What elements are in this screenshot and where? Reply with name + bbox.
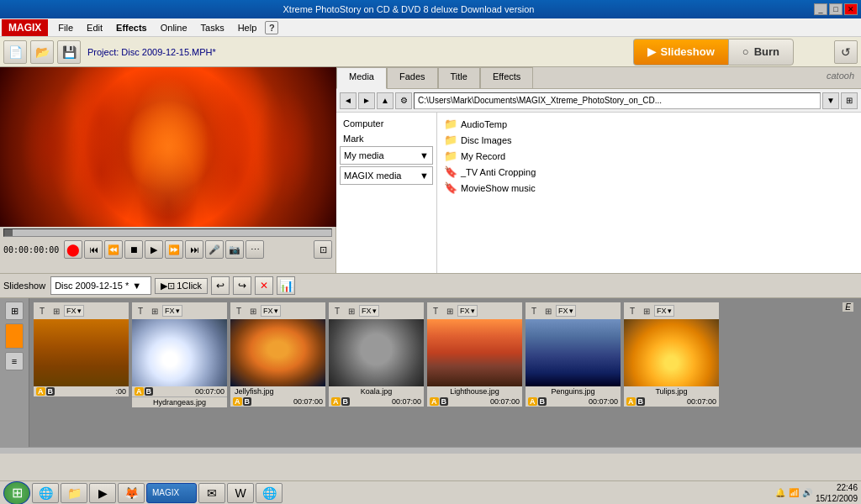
save-button[interactable]: 💾 xyxy=(57,40,81,64)
fx-button[interactable]: FX ▾ xyxy=(162,305,182,317)
menu-online[interactable]: Online xyxy=(154,19,194,36)
taskbar-net[interactable]: 🌐 xyxy=(256,483,283,503)
path-dropdown-button[interactable]: ▼ xyxy=(822,92,839,109)
more-button[interactable]: ⋯ xyxy=(246,240,264,259)
back-button[interactable]: ◄ xyxy=(340,92,357,109)
file-myrecord[interactable]: 📁 My Record xyxy=(441,148,858,164)
grid-tool[interactable]: ⊞ xyxy=(50,304,63,318)
menu-help[interactable]: Help xyxy=(231,19,264,36)
text-tool[interactable]: T xyxy=(330,304,344,318)
tab-title[interactable]: Title xyxy=(438,67,480,88)
text-tool[interactable]: T xyxy=(35,304,49,318)
fast-forward-button[interactable]: ⏩ xyxy=(165,240,183,259)
photo-tulips[interactable] xyxy=(624,319,719,386)
photo-jellyfish[interactable] xyxy=(230,319,325,386)
photo-canyon[interactable] xyxy=(34,319,129,386)
grid-view-button[interactable]: ⊞ xyxy=(841,92,858,109)
text-tool[interactable]: T xyxy=(429,304,442,318)
clock: 22:46 15/12/2009 xyxy=(816,482,858,504)
stop-button[interactable]: ⏹ xyxy=(124,240,143,259)
window-controls[interactable]: _ □ ✕ xyxy=(814,3,858,15)
path-bar[interactable]: C:\Users\Mark\Documents\MAGIX_Xtreme_Pho… xyxy=(414,92,821,109)
menu-edit[interactable]: Edit xyxy=(80,19,109,36)
fx-button[interactable]: FX ▾ xyxy=(261,305,281,317)
refresh-button[interactable]: ↺ xyxy=(834,40,858,64)
rewind-button[interactable]: ⏪ xyxy=(104,240,123,259)
list-tool-button[interactable]: ≡ xyxy=(5,352,24,370)
file-tvanticrop[interactable]: 🔖 _TV Anti Cropping xyxy=(441,164,858,180)
chart-button[interactable]: 📊 xyxy=(277,276,295,295)
taskbar-media[interactable]: ▶ xyxy=(89,483,116,503)
photo-footer: Jellyfish.jpg xyxy=(230,386,325,396)
badge-a: A xyxy=(626,397,636,406)
text-tool[interactable]: T xyxy=(527,304,541,318)
ab-badge: A B xyxy=(626,397,645,406)
tab-effects[interactable]: Effects xyxy=(480,67,533,88)
skip-start-button[interactable]: ⏮ xyxy=(84,240,103,259)
strip-scrollbar[interactable] xyxy=(0,447,861,454)
grid-tool[interactable]: ⊞ xyxy=(541,304,555,318)
tab-fades[interactable]: Fades xyxy=(387,67,438,88)
file-movieshowmusic[interactable]: 🔖 MovieShow music xyxy=(441,180,858,196)
file-audiotemp[interactable]: 📁 AudioTemp xyxy=(441,116,858,132)
start-button[interactable]: ⊞ xyxy=(3,481,30,505)
help-icon[interactable]: ? xyxy=(265,21,278,34)
delete-button[interactable]: ✕ xyxy=(255,276,273,295)
minimize-button[interactable]: _ xyxy=(814,3,827,15)
burn-mode-button[interactable]: ○ Burn xyxy=(728,39,794,66)
open-button[interactable]: 📂 xyxy=(30,40,54,64)
play-button[interactable]: ▶ xyxy=(145,240,163,259)
tab-media[interactable]: Media xyxy=(336,67,387,89)
photo-penguins[interactable] xyxy=(526,319,621,386)
grid-tool[interactable]: ⊞ xyxy=(246,304,260,318)
fx-button[interactable]: FX ▾ xyxy=(359,305,379,317)
grid-tool-button[interactable]: ⊞ xyxy=(5,302,24,320)
camera-button[interactable]: 📷 xyxy=(225,240,244,259)
menu-effects[interactable]: Effects xyxy=(109,19,154,36)
taskbar-firefox[interactable]: 🦊 xyxy=(118,483,145,503)
grid-tool[interactable]: ⊞ xyxy=(443,304,457,318)
tree-item-mark[interactable]: Mark xyxy=(340,131,433,146)
taskbar-word[interactable]: W xyxy=(227,483,254,503)
record-button[interactable]: ⬤ xyxy=(64,240,82,259)
menu-file[interactable]: File xyxy=(51,19,80,36)
photo-koala[interactable] xyxy=(329,319,424,386)
photo-hydrangea[interactable] xyxy=(132,319,227,386)
maximize-button[interactable]: □ xyxy=(829,3,843,15)
grid-tool[interactable]: ⊞ xyxy=(148,304,161,318)
mic-button[interactable]: 🎤 xyxy=(205,240,224,259)
tree-item-magixmedia[interactable]: MAGIX media▼ xyxy=(340,166,433,185)
disc-selector[interactable]: Disc 2009-12-15 * ▼ xyxy=(50,276,151,295)
oneclick-button[interactable]: ▶⊡ 1Click xyxy=(155,278,208,294)
text-tool[interactable]: T xyxy=(134,304,147,318)
menu-tasks[interactable]: Tasks xyxy=(194,19,231,36)
grid-tool[interactable]: ⊞ xyxy=(640,304,653,318)
skip-end-button[interactable]: ⏭ xyxy=(185,240,203,259)
text-tool[interactable]: T xyxy=(232,304,246,318)
tree-item-computer[interactable]: Computer xyxy=(340,116,433,131)
file-discimages[interactable]: 📁 Disc Images xyxy=(441,132,858,148)
up-button[interactable]: ▲ xyxy=(377,92,394,109)
fx-button[interactable]: FX ▾ xyxy=(556,305,576,317)
redo-button[interactable]: ↪ xyxy=(233,276,251,295)
fullscreen-button[interactable]: ⊡ xyxy=(314,240,332,259)
fx-button[interactable]: FX ▾ xyxy=(654,305,674,317)
undo-button[interactable]: ↩ xyxy=(211,276,230,295)
forward-button[interactable]: ► xyxy=(358,92,375,109)
fx-button[interactable]: FX ▾ xyxy=(457,305,478,317)
tree-item-mymedia[interactable]: My media▼ xyxy=(340,146,433,165)
grid-tool[interactable]: ⊞ xyxy=(345,304,358,318)
taskbar-magix[interactable]: MAGIX xyxy=(146,483,197,503)
new-button[interactable]: 📄 xyxy=(3,40,27,64)
text-tool[interactable]: T xyxy=(626,304,639,318)
active-tool-button[interactable] xyxy=(5,323,24,349)
seek-bar[interactable] xyxy=(3,228,332,237)
fx-button[interactable]: FX ▾ xyxy=(64,305,84,317)
taskbar-explorer[interactable]: 📁 xyxy=(61,483,87,503)
slideshow-mode-button[interactable]: ▶ Slideshow xyxy=(633,39,728,66)
settings-button[interactable]: ⚙ xyxy=(395,92,412,109)
taskbar-mail[interactable]: ✉ xyxy=(198,483,225,503)
photo-lighthouse[interactable] xyxy=(427,319,522,386)
close-button[interactable]: ✕ xyxy=(844,3,858,15)
taskbar-ie[interactable]: 🌐 xyxy=(32,483,59,503)
